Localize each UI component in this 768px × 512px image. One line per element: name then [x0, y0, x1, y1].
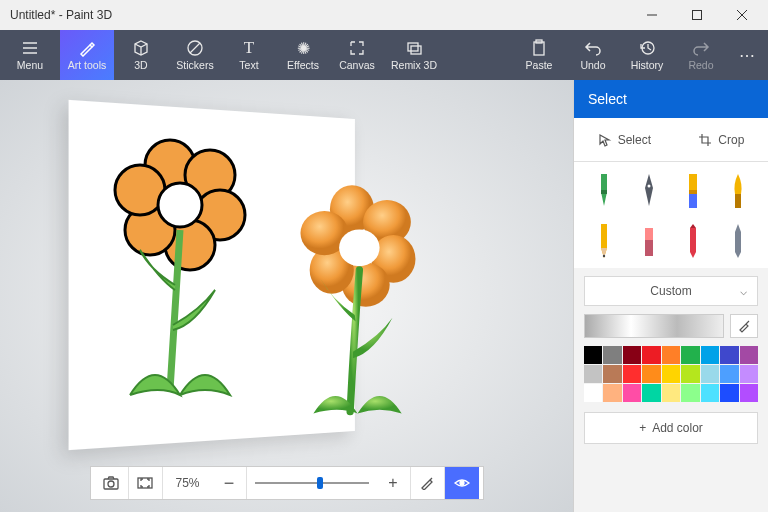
oil-brush[interactable]: [679, 172, 707, 212]
text-icon: T: [240, 39, 258, 57]
color-swatch[interactable]: [603, 346, 621, 364]
eyedropper-button[interactable]: [730, 314, 758, 338]
color-swatch[interactable]: [623, 365, 641, 383]
color-palette: [584, 346, 758, 402]
zoom-out-button[interactable]: −: [213, 467, 247, 499]
color-swatch[interactable]: [701, 384, 719, 402]
main-toolbar: Menu Art tools 3D Stickers T Text ✺ Effe…: [0, 30, 768, 80]
view-controls: 75% − +: [90, 466, 484, 500]
side-panel: Select Select Crop Custom ⌵: [573, 80, 768, 512]
svg-rect-32: [601, 190, 607, 194]
flower-3d-model: [288, 182, 463, 449]
color-swatch[interactable]: [623, 384, 641, 402]
color-swatch[interactable]: [720, 365, 738, 383]
zoom-in-button[interactable]: +: [377, 467, 411, 499]
edit-mode-icon[interactable]: [411, 467, 445, 499]
color-swatch[interactable]: [603, 384, 621, 402]
undo-button[interactable]: Undo: [566, 30, 620, 80]
crop-tool-tab[interactable]: Crop: [698, 133, 744, 147]
color-swatch[interactable]: [740, 346, 758, 364]
color-swatch[interactable]: [701, 365, 719, 383]
color-swatch[interactable]: [662, 384, 680, 402]
watercolor-brush[interactable]: [724, 172, 752, 212]
text-tab[interactable]: T Text: [222, 30, 276, 80]
color-swatch[interactable]: [740, 384, 758, 402]
svg-rect-34: [689, 174, 697, 190]
menu-button[interactable]: Menu: [0, 30, 60, 80]
color-swatch[interactable]: [584, 384, 602, 402]
select-tool-tab[interactable]: Select: [598, 133, 651, 147]
color-swatch[interactable]: [603, 365, 621, 383]
svg-rect-35: [689, 190, 697, 194]
pixel-pen-brush[interactable]: [724, 222, 752, 262]
minimize-button[interactable]: [629, 0, 674, 30]
svg-point-20: [158, 183, 202, 227]
zoom-level[interactable]: 75%: [163, 476, 213, 490]
material-preview[interactable]: [584, 314, 724, 338]
plus-icon: +: [639, 421, 646, 435]
effects-tab[interactable]: ✺ Effects: [276, 30, 330, 80]
svg-point-31: [460, 481, 464, 485]
crayon-brush[interactable]: [679, 222, 707, 262]
art-tools-tab[interactable]: Art tools: [60, 30, 114, 80]
svg-rect-36: [689, 194, 697, 208]
stickers-tab[interactable]: Stickers: [168, 30, 222, 80]
svg-rect-39: [645, 228, 653, 240]
color-swatch[interactable]: [740, 365, 758, 383]
color-swatch[interactable]: [681, 346, 699, 364]
color-swatch[interactable]: [681, 384, 699, 402]
maximize-button[interactable]: [674, 0, 719, 30]
window-title: Untitled* - Paint 3D: [10, 8, 629, 22]
zoom-slider[interactable]: [247, 482, 377, 484]
color-swatch[interactable]: [720, 384, 738, 402]
svg-rect-37: [735, 194, 741, 208]
color-swatch[interactable]: [642, 384, 660, 402]
svg-rect-10: [411, 46, 421, 54]
thickness-dropdown[interactable]: Custom ⌵: [584, 276, 758, 306]
svg-point-29: [108, 481, 114, 487]
color-swatch[interactable]: [642, 346, 660, 364]
svg-rect-1: [692, 11, 701, 20]
color-swatch[interactable]: [662, 346, 680, 364]
3d-tab[interactable]: 3D: [114, 30, 168, 80]
fit-screen-icon[interactable]: [129, 467, 163, 499]
add-color-button[interactable]: + Add color: [584, 412, 758, 444]
svg-rect-30: [138, 478, 152, 488]
eraser-brush[interactable]: [635, 222, 663, 262]
close-button[interactable]: [719, 0, 764, 30]
chevron-down-icon: ⌵: [740, 284, 747, 298]
color-swatch[interactable]: [662, 365, 680, 383]
color-swatch[interactable]: [584, 365, 602, 383]
svg-point-38: [603, 255, 605, 257]
canvas-viewport[interactable]: 75% − +: [0, 80, 573, 512]
svg-point-27: [339, 229, 379, 266]
effects-icon: ✺: [294, 39, 312, 57]
svg-rect-11: [534, 42, 544, 55]
svg-line-8: [190, 43, 200, 53]
color-swatch[interactable]: [681, 365, 699, 383]
marker-brush[interactable]: [590, 172, 618, 212]
color-swatch[interactable]: [584, 346, 602, 364]
history-button[interactable]: History: [620, 30, 674, 80]
color-swatch[interactable]: [642, 365, 660, 383]
svg-rect-40: [645, 240, 653, 256]
flower-2d-artwork: [100, 130, 300, 430]
color-swatch[interactable]: [623, 346, 641, 364]
svg-rect-9: [408, 43, 418, 51]
pencil-brush[interactable]: [590, 222, 618, 262]
paste-button[interactable]: Paste: [512, 30, 566, 80]
view-mode-icon[interactable]: [445, 467, 479, 499]
panel-header: Select: [574, 80, 768, 118]
color-swatch[interactable]: [701, 346, 719, 364]
svg-point-33: [647, 185, 650, 188]
canvas-tab[interactable]: Canvas: [330, 30, 384, 80]
calligraphy-pen-brush[interactable]: [635, 172, 663, 212]
redo-button[interactable]: Redo: [674, 30, 728, 80]
more-button[interactable]: ⋯: [728, 30, 768, 80]
remix-3d-tab[interactable]: Remix 3D: [384, 30, 444, 80]
camera-icon[interactable]: [95, 467, 129, 499]
color-swatch[interactable]: [720, 346, 738, 364]
brush-picker: [574, 162, 768, 268]
